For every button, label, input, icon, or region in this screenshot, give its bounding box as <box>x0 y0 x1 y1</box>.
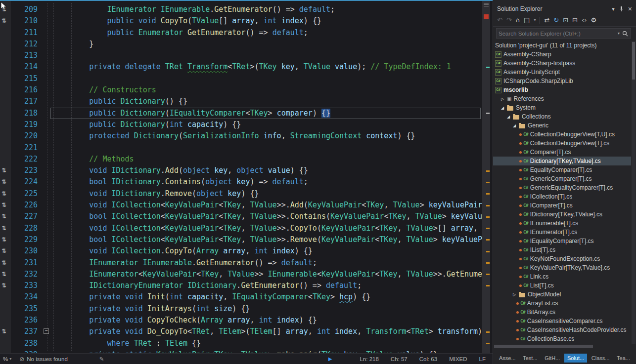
column-indicator[interactable]: Col: 63 <box>419 356 437 362</box>
code-line[interactable]: ⇅229bool ICollection<KeyValuePair<TKey, … <box>0 234 482 245</box>
code-line[interactable]: 222// Methods <box>0 154 482 165</box>
expander-icon[interactable]: ◢ <box>513 123 519 128</box>
code-line[interactable]: ⇅231IEnumerator IEnumerable.GetEnumerato… <box>0 257 482 269</box>
code-line[interactable]: ⇅226void ICollection<KeyValuePair<TKey, … <box>0 200 482 211</box>
code-line[interactable]: 215 <box>0 73 482 84</box>
implements-icon[interactable]: ⇅ <box>1 188 6 200</box>
tree-item[interactable]: C#Comparer[T].cs <box>493 148 631 157</box>
expander-icon[interactable]: ◢ <box>501 106 507 110</box>
show-all-files-icon[interactable]: ⊡ <box>563 17 568 23</box>
code-line[interactable]: 216// Constructors <box>0 84 482 96</box>
code-line[interactable]: ⇅228void ICollection<KeyValuePair<TKey, … <box>0 223 482 234</box>
pin-icon[interactable] <box>619 6 624 12</box>
tree-item[interactable]: C#Link.cs <box>493 272 631 281</box>
tool-window-tab[interactable]: Test... <box>520 354 540 363</box>
tool-window-tab[interactable]: Class... <box>589 354 613 363</box>
chevron-down-icon[interactable]: ▾ <box>9 357 11 361</box>
implements-icon[interactable]: ⇅ <box>1 165 6 176</box>
implements-icon[interactable]: ⇅ <box>1 200 6 211</box>
tree-item[interactable]: ◢Collections <box>493 112 631 121</box>
code-line[interactable]: ⇅210public void CopyTo(TValue[] array, i… <box>0 15 482 27</box>
code-line[interactable]: 212} <box>0 39 482 50</box>
back-icon[interactable]: ↶ <box>497 17 502 23</box>
code-line[interactable]: ⇅209IEnumerator IEnumerable.GetEnumerato… <box>0 4 482 15</box>
line-indicator[interactable]: Ln: 218 <box>360 356 378 362</box>
forward-icon[interactable]: ↷ <box>506 17 512 23</box>
code-line[interactable]: 214private delegate TRet Transform<TRet>… <box>0 61 482 73</box>
implements-icon[interactable]: ⇅ <box>1 269 6 280</box>
implements-icon[interactable]: ⇅ <box>1 326 6 337</box>
code-line[interactable]: 220protected Dictionary(SerializationInf… <box>0 130 482 142</box>
issues-status[interactable]: No issues found <box>27 356 67 362</box>
chevron-down-icon[interactable]: ▾ <box>612 6 615 12</box>
tree-horizontal-scrollbar[interactable] <box>494 345 629 349</box>
expander-icon[interactable]: ▷ <box>513 292 519 297</box>
implements-icon[interactable]: ⇅ <box>1 245 6 257</box>
tree-item[interactable]: C#CollectionDebuggerView[T].cs <box>493 139 631 148</box>
tool-window-tab[interactable]: GitH... <box>542 354 563 363</box>
tree-item[interactable]: C#List[T].cs <box>493 281 631 290</box>
code-line[interactable]: 239private static KeyValuePair<TKey, TVa… <box>0 349 482 353</box>
tool-window-tab[interactable]: Tea... <box>614 354 633 363</box>
refresh-icon[interactable]: ↻ <box>553 17 559 23</box>
line-ending-indicator[interactable]: LF <box>479 356 486 362</box>
implements-icon[interactable]: ⇅ <box>1 234 6 245</box>
zoom-level[interactable]: % <box>3 356 8 362</box>
tree-item[interactable]: C#Dictionary[TKey,TValue].cs <box>493 157 631 165</box>
tool-window-tab[interactable]: Asse... <box>496 354 519 363</box>
view-code-icon[interactable]: ‹› <box>582 17 587 23</box>
tree-item[interactable]: C#CollectionBase.cs <box>493 334 631 343</box>
code-line[interactable]: 236private void CopyToCheck(Array array,… <box>0 315 482 326</box>
tree-item[interactable]: C#mscorlib <box>493 85 631 94</box>
split-editor-handle[interactable] <box>484 3 489 7</box>
scrollbar-thumb[interactable] <box>494 345 593 348</box>
tree-item[interactable]: C#CaseInsensitiveHashCodeProvider.cs <box>493 325 631 334</box>
close-icon[interactable]: × <box>628 5 632 12</box>
fold-collapse-icon[interactable]: − <box>44 328 49 334</box>
tree-item[interactable]: C#Assembly-CSharp <box>493 50 631 59</box>
code-line[interactable]: ⇅227bool ICollection<KeyValuePair<TKey, … <box>0 211 482 222</box>
tree-item[interactable]: C#GenericComparer[T].cs <box>493 174 631 183</box>
expander-icon[interactable]: ▷ <box>501 97 507 101</box>
tree-item[interactable]: C#Assembly-CSharp-firstpass <box>493 59 631 68</box>
code-line[interactable]: ⇅224bool IDictionary.Contains(object key… <box>0 176 482 188</box>
tree-item[interactable]: C#ICollection[T].cs <box>493 192 631 201</box>
tree-item[interactable]: Solution 'project-gui' (11 of 11 project… <box>493 41 631 50</box>
code-line[interactable]: ⇅225void IDictionary.Remove(object key) … <box>0 188 482 200</box>
properties-icon[interactable]: ⚙ <box>591 17 596 23</box>
tool-window-tab[interactable]: Solut... <box>564 354 587 363</box>
tree-item[interactable]: C#IList[T].cs <box>493 245 631 254</box>
search-icon[interactable] <box>622 31 628 37</box>
chevron-down-icon[interactable]: ▾ <box>618 31 620 36</box>
tree-item[interactable]: C#KeyValuePair[TKey,TValue].cs <box>493 263 631 272</box>
tree-item[interactable]: C#IEnumerator[T].cs <box>493 228 631 237</box>
code-line[interactable]: ⇅223void IDictionary.Add(object key, obj… <box>0 165 482 176</box>
sync-with-active-document-icon[interactable]: ⇄ <box>544 17 549 23</box>
code-line[interactable]: 234private void Init(int capacity, IEqua… <box>0 291 482 303</box>
play-icon[interactable]: ▶ <box>328 356 332 362</box>
tree-item[interactable]: ▷▣References <box>493 94 631 103</box>
collapse-all-icon[interactable]: ⊟ <box>572 17 578 23</box>
implements-icon[interactable]: ⇅ <box>1 257 6 269</box>
code-line[interactable]: ⇅230void ICollection.CopyTo(Array array,… <box>0 245 482 257</box>
tree-item[interactable]: C#ArrayList.cs <box>493 299 631 308</box>
tree-item[interactable]: C#IEnumerable[T].cs <box>493 219 631 228</box>
implements-icon[interactable]: ⇅ <box>1 223 6 234</box>
code-line[interactable]: 213 <box>0 50 482 61</box>
search-input[interactable] <box>497 31 618 37</box>
code-line[interactable]: 219public Dictionary(int capacity) {} <box>0 119 482 130</box>
code-line[interactable]: ⇅233IDictionaryEnumerator IDictionary.Ge… <box>0 280 482 291</box>
code-line[interactable]: 238where TRet : TElem {} <box>0 338 482 349</box>
implements-icon[interactable]: ⇅ <box>1 280 6 291</box>
tree-item[interactable]: C#CollectionDebuggerView[T,U].cs <box>493 130 631 139</box>
tree-item[interactable]: C#IEqualityComparer[T].cs <box>493 237 631 245</box>
implements-icon[interactable]: ⇅ <box>1 211 6 222</box>
tree-item[interactable]: C#EqualityComparer[T].cs <box>493 165 631 174</box>
switch-views-dropdown-icon[interactable]: ▾ <box>534 18 536 22</box>
code-lines[interactable]: ⇅209IEnumerator IEnumerable.GetEnumerato… <box>0 1 482 353</box>
char-indicator[interactable]: Ch: 57 <box>391 356 408 362</box>
code-line[interactable]: 217public Dictionary() {} <box>0 96 482 107</box>
tree-item[interactable]: C#ICSharpCode.SharpZipLib <box>493 77 631 85</box>
code-line[interactable]: ⇅237−private void Do_CopyTo<TRet, TElem>… <box>0 326 482 337</box>
editor-vertical-scrollbar[interactable] <box>482 1 490 353</box>
